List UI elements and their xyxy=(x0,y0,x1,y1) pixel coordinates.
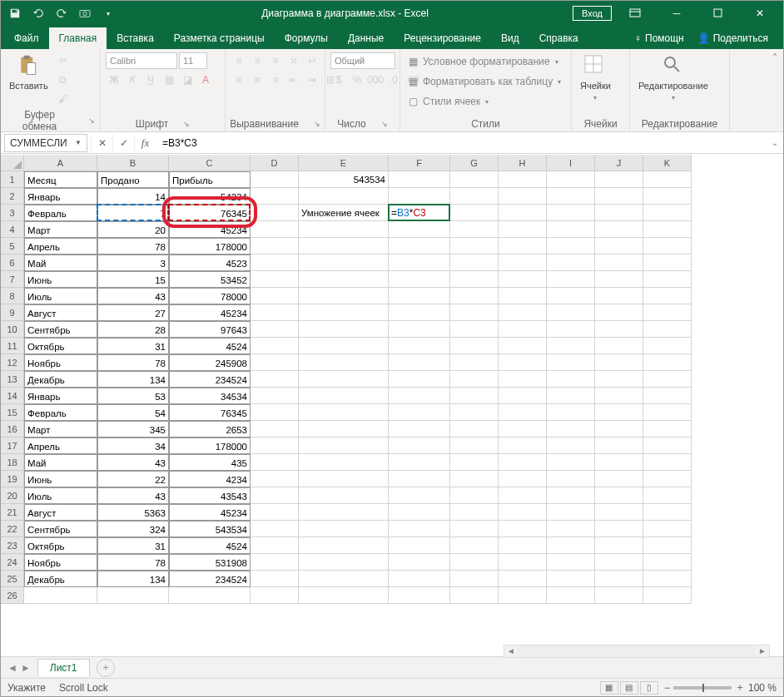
row-header[interactable]: 19 xyxy=(1,471,24,487)
cell[interactable] xyxy=(643,554,692,571)
tab-page-layout[interactable]: Разметка страницы xyxy=(164,27,275,49)
cell[interactable] xyxy=(595,255,643,271)
cell[interactable] xyxy=(547,321,595,338)
cell[interactable] xyxy=(251,404,299,421)
cell[interactable] xyxy=(643,321,692,338)
collapse-ribbon-icon[interactable]: ˄ xyxy=(767,49,783,131)
cell[interactable] xyxy=(595,537,643,554)
undo-icon[interactable] xyxy=(31,6,46,21)
cell[interactable] xyxy=(251,255,299,271)
cell[interactable] xyxy=(251,221,299,238)
cell[interactable] xyxy=(389,388,450,404)
cell[interactable]: 3 xyxy=(97,255,169,271)
cell[interactable]: 43 xyxy=(97,487,169,504)
cell[interactable] xyxy=(643,388,692,404)
row-header[interactable]: 4 xyxy=(1,221,24,238)
camera-icon[interactable] xyxy=(77,6,92,21)
editing-button[interactable]: Редактирование▾ xyxy=(635,52,712,103)
cell[interactable] xyxy=(450,221,499,238)
cell[interactable]: Июнь xyxy=(24,471,97,487)
cell[interactable] xyxy=(595,238,643,255)
cell[interactable] xyxy=(499,521,547,537)
cell[interactable] xyxy=(499,255,547,271)
cell[interactable] xyxy=(450,321,499,338)
cell[interactable] xyxy=(389,554,450,571)
cell[interactable] xyxy=(299,221,389,238)
font-color-icon[interactable]: A xyxy=(197,72,214,88)
cell[interactable] xyxy=(389,321,450,338)
cell[interactable] xyxy=(643,521,692,537)
cell[interactable] xyxy=(251,487,299,504)
cell[interactable] xyxy=(389,404,450,421)
formula-bar-input[interactable]: =B3*C3 xyxy=(156,134,767,152)
cell[interactable] xyxy=(595,288,643,304)
row-header[interactable]: 18 xyxy=(1,454,24,471)
cell[interactable] xyxy=(643,288,692,304)
cell[interactable]: 234524 xyxy=(169,371,251,388)
cell[interactable]: 5363 xyxy=(97,504,169,521)
cell[interactable]: 45234 xyxy=(169,221,251,238)
sheet-nav-prev-icon[interactable]: ◄ xyxy=(7,662,17,674)
cell[interactable] xyxy=(499,354,547,371)
cell[interactable] xyxy=(643,271,692,288)
zoom-slider[interactable] xyxy=(673,686,732,690)
cell[interactable] xyxy=(299,404,389,421)
cell[interactable] xyxy=(251,437,299,454)
cell[interactable] xyxy=(547,487,595,504)
cell[interactable] xyxy=(450,238,499,255)
cell[interactable] xyxy=(499,205,547,221)
cell[interactable]: 15 xyxy=(97,271,169,288)
row-header[interactable]: 10 xyxy=(1,321,24,338)
tab-formulas[interactable]: Формулы xyxy=(275,27,338,49)
cell[interactable] xyxy=(643,437,692,454)
cell[interactable] xyxy=(499,238,547,255)
cell[interactable] xyxy=(643,221,692,238)
insert-function-icon[interactable]: fx xyxy=(134,134,156,152)
cell[interactable]: Октябрь xyxy=(24,537,97,554)
cell[interactable] xyxy=(547,255,595,271)
cell[interactable] xyxy=(595,587,643,604)
cell[interactable] xyxy=(389,171,450,188)
redo-icon[interactable] xyxy=(54,6,69,21)
cell[interactable] xyxy=(299,288,389,304)
tab-insert[interactable]: Вставка xyxy=(107,27,164,49)
cell[interactable]: 2653 xyxy=(169,421,251,437)
clipboard-launcher-icon[interactable]: ↘ xyxy=(88,116,95,125)
cell[interactable] xyxy=(299,537,389,554)
comma-icon[interactable]: 000 xyxy=(367,72,384,88)
namebox-dropdown-icon[interactable]: ▼ xyxy=(75,139,82,146)
cell[interactable] xyxy=(299,304,389,321)
cell[interactable]: 4524 xyxy=(169,537,251,554)
cell[interactable] xyxy=(547,221,595,238)
cell[interactable] xyxy=(251,521,299,537)
cell[interactable] xyxy=(547,537,595,554)
cell[interactable] xyxy=(450,371,499,388)
column-header[interactable]: C xyxy=(169,155,251,171)
zoom-in-icon[interactable]: ＋ xyxy=(735,680,745,695)
cell[interactable] xyxy=(595,188,643,205)
row-header[interactable]: 11 xyxy=(1,338,24,354)
cell[interactable] xyxy=(643,421,692,437)
cell[interactable] xyxy=(299,388,389,404)
percent-icon[interactable]: % xyxy=(349,72,365,88)
sheet-tab[interactable]: Лист1 xyxy=(37,659,90,676)
cell[interactable]: Декабрь xyxy=(24,571,97,587)
conditional-formatting-button[interactable]: ▦Условное форматирование▾ xyxy=(405,52,562,71)
cell[interactable] xyxy=(389,304,450,321)
cell[interactable] xyxy=(595,521,643,537)
sheet-nav-next-icon[interactable]: ► xyxy=(21,662,31,674)
login-button[interactable]: Вход xyxy=(573,6,612,21)
align-left-icon[interactable]: ≡ xyxy=(231,72,247,88)
cell[interactable] xyxy=(499,304,547,321)
cell[interactable] xyxy=(499,338,547,354)
cell[interactable]: Февраль xyxy=(24,404,97,421)
ribbon-display-icon[interactable] xyxy=(617,1,653,26)
cell[interactable] xyxy=(547,304,595,321)
cell[interactable] xyxy=(595,388,643,404)
cell[interactable]: Октябрь xyxy=(24,338,97,354)
cell[interactable] xyxy=(389,537,450,554)
cell[interactable]: Умножение ячеек xyxy=(299,205,389,221)
orientation-icon[interactable]: ⤬ xyxy=(285,52,302,69)
row-header[interactable]: 13 xyxy=(1,371,24,388)
row-header[interactable]: 3 xyxy=(1,205,24,221)
